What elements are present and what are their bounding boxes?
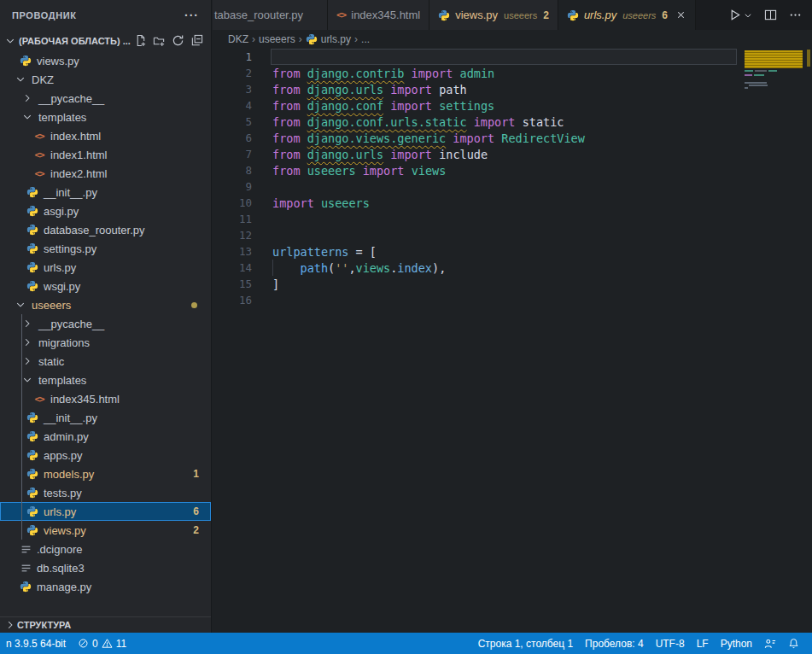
tree-file-index1-html[interactable]: <>index1.html	[0, 145, 211, 164]
tree-file--init-py[interactable]: __init__.py	[0, 183, 211, 201]
tree-file-wsgi-py[interactable]: wsgi.py	[0, 277, 211, 295]
code-text: from django.conf import settings	[252, 99, 494, 113]
outline-section-header[interactable]: СТРУКТУРА	[0, 616, 211, 633]
code-line-13[interactable]: 13urlpatterns = [	[213, 243, 812, 260]
tab-title: index345.html	[351, 9, 420, 21]
status-language-mode[interactable]: Python	[715, 633, 758, 654]
tree-folder--pycache-[interactable]: __pycache__	[0, 314, 211, 333]
tree-file-tests-py[interactable]: tests.py	[0, 483, 211, 502]
tree-file--dcignore[interactable]: .dcignore	[0, 540, 211, 558]
code-line-16[interactable]: 16	[213, 292, 812, 308]
python-icon	[26, 523, 39, 537]
tree-file--init-py[interactable]: __init__.py	[0, 408, 211, 427]
tab-urls-py[interactable]: urls.pyuseeers6	[558, 0, 696, 30]
code-line-5[interactable]: 5from django.conf.urls.static import sta…	[213, 114, 812, 130]
line-number: 3	[213, 83, 252, 96]
tree-file-index-html[interactable]: <>index.html	[0, 126, 211, 145]
tree-folder-static[interactable]: static	[0, 352, 211, 371]
refresh-icon	[172, 34, 184, 47]
new-folder-button[interactable]	[149, 32, 168, 50]
code-editor[interactable]: 12from django.contrib import admin3from …	[213, 49, 812, 633]
tree-file-apps-py[interactable]: apps.py	[0, 446, 211, 464]
tree-item-label: wsgi.py	[44, 280, 80, 293]
python-icon	[26, 260, 39, 274]
chevron-down-icon	[3, 34, 17, 48]
tree-item-label: .dcignore	[37, 543, 82, 556]
new-file-icon	[134, 34, 147, 47]
code-line-14[interactable]: 14 path('',views.index),	[213, 260, 812, 276]
status-python-interpreter[interactable]: n 3.9.5 64-bit	[0, 633, 72, 654]
tree-folder-migrations[interactable]: migrations	[0, 333, 211, 352]
tab-tabase-roouter-py[interactable]: tabase_roouter.py	[213, 0, 328, 30]
tree-file-index2-html[interactable]: <>index2.html	[0, 164, 211, 183]
breadcrumb: DKZ›useeers›urls.py›...	[213, 30, 812, 49]
tree-file-asgi-py[interactable]: asgi.py	[0, 201, 211, 220]
minimap[interactable]	[745, 49, 803, 160]
tree-file-index345-html[interactable]: <>index345.html	[0, 389, 211, 408]
status-notifications[interactable]	[782, 633, 805, 654]
tab-index345-html[interactable]: <>index345.html	[328, 0, 429, 30]
breadcrumb-item[interactable]: DKZ	[228, 33, 248, 45]
status-indentation[interactable]: Пробелов: 4	[579, 633, 650, 654]
tree-file-db-sqlite3[interactable]: db.sqlite3	[0, 558, 211, 577]
close-icon[interactable]	[675, 9, 686, 20]
tree-file-urls-py[interactable]: urls.py	[0, 258, 211, 277]
tree-folder-templates[interactable]: templates	[0, 371, 211, 389]
code-line-6[interactable]: 6from django.views.generic import Redire…	[213, 130, 812, 146]
code-line-4[interactable]: 4from django.conf import settings	[213, 97, 812, 114]
status-problems[interactable]: 011	[72, 633, 132, 654]
editor-scrollbar[interactable]	[803, 49, 812, 633]
tree-file-views-py[interactable]: views.py2	[0, 521, 211, 540]
code-line-7[interactable]: 7from django.urls import include	[213, 146, 812, 162]
code-text: import useeers	[252, 196, 370, 210]
tree-file-manage-py[interactable]: manage.py	[0, 577, 211, 596]
code-line-12[interactable]: 12	[213, 227, 812, 243]
status-encoding[interactable]: UTF-8	[650, 633, 691, 654]
tree-file-models-py[interactable]: models.py1	[0, 464, 211, 483]
tree-item-label: db.sqlite3	[37, 562, 85, 575]
explorer-more-actions-icon[interactable]: ···	[184, 9, 199, 22]
problems-badge: 1	[193, 468, 199, 480]
collapse-all-button[interactable]	[187, 32, 206, 50]
code-line-15[interactable]: 15]	[213, 276, 812, 292]
modified-dot-icon	[191, 302, 197, 308]
tab-views-py[interactable]: views.pyuseeers2	[429, 0, 558, 30]
code-line-8[interactable]: 8from useeers import views	[213, 162, 812, 178]
new-file-button[interactable]	[131, 32, 149, 50]
tree-folder--pycache-[interactable]: __pycache__	[0, 89, 211, 108]
code-line-1[interactable]: 1	[213, 49, 812, 65]
tree-folder-useeers[interactable]: useeers	[0, 295, 211, 314]
tree-folder-templates[interactable]: templates	[0, 108, 211, 126]
code-line-10[interactable]: 10import useeers	[213, 195, 812, 211]
status-eol[interactable]: LF	[691, 633, 715, 654]
tree-file-urls-py[interactable]: urls.py6	[0, 502, 211, 521]
run-button[interactable]	[728, 9, 752, 21]
python-icon	[438, 9, 450, 21]
tree-file-database-roouter-py[interactable]: database_roouter.py	[0, 220, 211, 239]
code-line-2[interactable]: 2from django.contrib import admin	[213, 65, 812, 81]
refresh-button[interactable]	[168, 32, 187, 50]
breadcrumb-item[interactable]: urls.py	[306, 33, 351, 45]
code-text: from useeers import views	[252, 164, 446, 178]
tree-folder-dkz[interactable]: DKZ	[0, 70, 211, 89]
tree-file-admin-py[interactable]: admin.py	[0, 427, 211, 446]
tab-problems-badge: 6	[662, 9, 668, 21]
status-cursor-position[interactable]: Строка 1, столбец 1	[472, 633, 579, 654]
workspace-header[interactable]: (РАБОЧАЯ ОБЛАСТЬ) ...	[0, 30, 211, 51]
tree-file-settings-py[interactable]: settings.py	[0, 239, 211, 258]
more-actions-button[interactable]	[789, 9, 802, 21]
breadcrumb-item[interactable]: ...	[361, 33, 370, 45]
split-editor-button[interactable]	[764, 9, 777, 21]
code-line-11[interactable]: 11	[213, 211, 812, 227]
python-icon	[26, 411, 39, 424]
chevron-right-icon	[20, 354, 34, 368]
line-number: 12	[213, 229, 252, 242]
code-text: from django.views.generic import Redirec…	[252, 131, 585, 145]
code-line-3[interactable]: 3from django.urls import path	[213, 81, 812, 97]
status-label: Строка 1, столбец 1	[478, 638, 573, 650]
status-feedback[interactable]	[758, 633, 782, 654]
editor-area: tabase_roouter.py<>index345.htmlviews.py…	[213, 0, 812, 633]
breadcrumb-item[interactable]: useeers	[259, 33, 295, 45]
code-line-9[interactable]: 9	[213, 178, 812, 195]
tree-file-views-py[interactable]: views.py	[0, 51, 211, 70]
